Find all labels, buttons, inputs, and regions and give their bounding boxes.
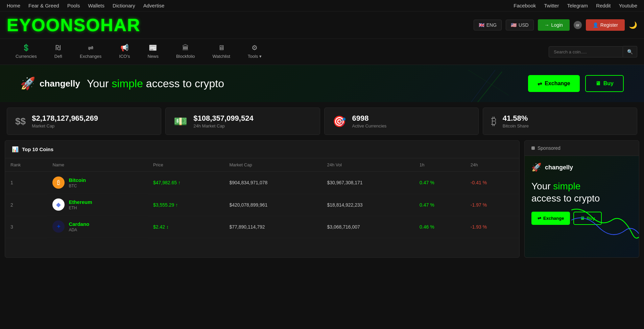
lang-label: ENG [486,22,497,28]
nav-youtube[interactable]: Youtube [619,3,637,8]
login-label: Login [551,22,563,28]
nav-icos[interactable]: 📢 ICO's [110,39,139,65]
table-row[interactable]: 1 ₿ Bitcoin BTC $47,982.65 ↑ $904,834,97… [5,172,519,194]
language-selector[interactable]: 🇬🇧 ENG [474,20,502,30]
nav-advertise[interactable]: Advertise [143,3,165,8]
nav-home[interactable]: Home [7,3,20,8]
col-24h: 24h [465,158,519,172]
stat-bitcoin-info: 41.58% Bitcoin Share [503,114,529,128]
sponsored-exchange-button[interactable]: ⇌ Exchange [531,212,570,225]
nav-fear-greed[interactable]: Fear & Greed [28,3,59,8]
currencies-count-label: Active Currencies [352,123,387,128]
watchlist-label: Watchlist [213,54,230,59]
banner-buy-button[interactable]: 🖥 Buy [585,75,624,92]
coin-symbol: ETH [69,206,92,210]
table-header: 📊 Top 10 Coins [5,141,519,158]
sponsored-changelly-name: changelly [545,164,573,171]
sp-tagline-highlight: simple [553,181,580,191]
dark-mode-toggle[interactable]: 🌙 [629,21,637,29]
nav-exchanges[interactable]: ⇌ Exchanges [71,39,110,65]
sponsored-widget: Sponsored 🚀 changelly Your simple access… [524,140,639,258]
search-input[interactable] [549,46,623,57]
site-logo[interactable]: EYOONSOHAR [7,15,141,35]
sponsored-label: Sponsored [538,145,560,151]
col-market-cap: Market Cap [224,158,321,172]
sp-tagline-prefix: Your [531,181,553,191]
change-1h-cell: 0.47 % [414,194,465,216]
currency-selector[interactable]: 🇺🇸 USD [506,20,534,30]
nav-twitter[interactable]: Twitter [544,3,559,8]
nav-dictionary[interactable]: Dictionary [113,3,135,8]
register-button[interactable]: 👤 Register [586,19,625,31]
sponsored-dot [531,146,535,150]
table-row[interactable]: 2 ◆ Ethereum ETH $3,555.29 ↑ $420,078,89… [5,194,519,216]
coin-logo: ◆ [52,198,65,211]
banner-exchange-button[interactable]: ⇌ Exchange [528,75,580,92]
rocket-icon: 🚀 [20,76,35,91]
stat-24h-vol: 💵 $108,357,099,524 24h Market Cap [165,108,320,135]
login-button[interactable]: → Login [538,19,570,31]
vol-cell: $30,967,308,171 [321,172,414,194]
flag-icon: 🇬🇧 [479,22,484,28]
tools-icon: ⚙ [252,44,258,52]
search-button[interactable]: 🔍 [623,46,637,57]
tagline-highlight: simple [112,77,143,90]
register-label: Register [600,22,618,28]
bitcoin-share-value: 41.58% [503,114,529,123]
nav-defi[interactable]: ₪ Defi [46,39,71,65]
market-cap-cell: $77,890,114,792 [224,216,321,238]
coin-name-link[interactable]: Ethereum [69,199,92,205]
stat-market-cap: $$ $2,178,127,965,269 Market Cap [7,108,161,135]
market-cap-icon: $$ [15,116,26,127]
change-24h-cell: -0.41 % [465,172,519,194]
stat-market-cap-info: $2,178,127,965,269 Market Cap [32,114,98,128]
vol-cell: $18,814,922,233 [321,194,414,216]
col-name: Name [47,158,148,172]
nav-blockfolio[interactable]: 🏛 Blockfolio [167,39,204,65]
nav-wallets[interactable]: Wallets [88,3,104,8]
sp-tagline-suffix: access to crypto [531,193,600,204]
nav-pools[interactable]: Pools [67,3,80,8]
nav-tools[interactable]: ⚙ Tools ▾ [239,39,270,65]
col-rank: Rank [5,158,47,172]
sp-exchange-label: Exchange [543,216,564,221]
register-icon: 👤 [593,22,598,28]
currencies-count-icon: 🎯 [333,115,346,128]
table-title: Top 10 Coins [22,146,53,152]
nav-news[interactable]: 📰 News [139,39,167,65]
rank-cell: 1 [5,172,47,194]
chart-svg [571,203,639,244]
logo-bar-right: 🇬🇧 ENG 🇺🇸 USD → Login or 👤 Register 🌙 [474,19,637,31]
change-24h-cell: -1.93 % [465,216,519,238]
logo-bar: EYOONSOHAR 🇬🇧 ENG 🇺🇸 USD → Login or 👤 Re… [0,11,644,39]
buy-icon: 🖥 [595,80,601,87]
sponsored-content: 🚀 changelly Your simple access to crypto… [525,156,639,257]
coin-symbol: BTC [69,184,86,188]
coin-name-link[interactable]: Cardano [69,221,89,227]
market-cap-value: $2,178,127,965,269 [32,114,98,123]
changelly-name: changelly [40,78,80,89]
table-row[interactable]: 3 ✦ Cardano ADA $2.42 ↕ $77,890,114,792 … [5,216,519,238]
coin-name-link[interactable]: Bitcoin [69,177,86,183]
nav-watchlist[interactable]: 🖥 Watchlist [204,39,239,65]
nav-facebook[interactable]: Facebook [514,3,536,8]
nav-reddit[interactable]: Reddit [596,3,611,8]
stat-24h-info: $108,357,099,524 24h Market Cap [193,114,253,128]
chart-bar-icon: 📊 [12,146,19,152]
col-1h: 1h [414,158,465,172]
vol-cell: $3,068,716,007 [321,216,414,238]
price-cell: $47,982.65 ↑ [148,172,224,194]
currencies-icon: 💲 [22,44,30,52]
stat-currencies-info: 6998 Active Currencies [352,114,387,128]
nav-currencies[interactable]: 💲 Currencies [7,39,46,65]
sidebar: Sponsored 🚀 changelly Your simple access… [524,140,639,258]
nav-telegram[interactable]: Telegram [567,3,588,8]
watchlist-icon: 🖥 [218,44,225,52]
vol-label: 24h Market Cap [193,123,253,128]
exchanges-icon: ⇌ [88,44,94,52]
coin-name-info: Cardano ADA [69,221,89,232]
stat-bitcoin-share: ₿ 41.58% Bitcoin Share [483,108,637,135]
banner-left: 🚀 changelly Your simple access to crypto [20,76,224,91]
sponsored-rocket-icon: 🚀 [531,163,542,172]
market-cap-cell: $904,834,971,078 [224,172,321,194]
